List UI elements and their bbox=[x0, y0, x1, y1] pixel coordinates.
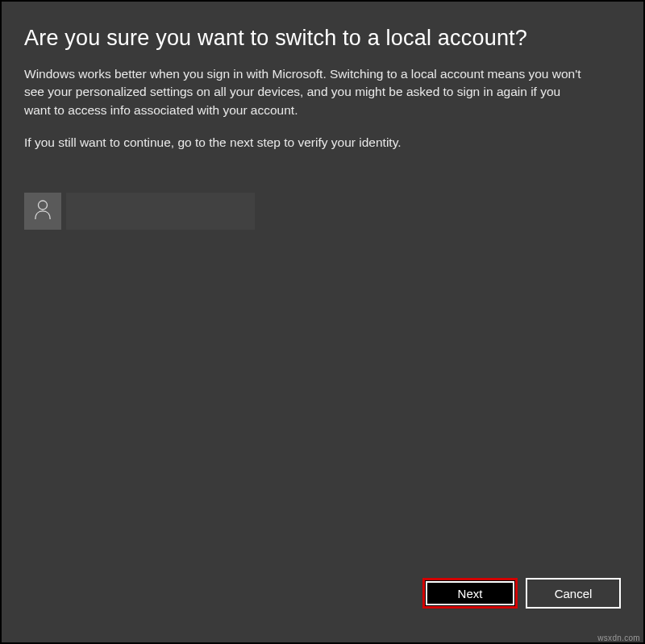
watermark-text: wsxdn.com bbox=[597, 634, 640, 642]
avatar bbox=[24, 193, 61, 230]
dialog-description: Windows works better when you sign in wi… bbox=[24, 65, 589, 119]
local-account-switch-dialog: Are you sure you want to switch to a loc… bbox=[2, 2, 643, 642]
dialog-continue-prompt: If you still want to continue, go to the… bbox=[24, 134, 589, 152]
cancel-button[interactable]: Cancel bbox=[526, 578, 621, 609]
svg-point-0 bbox=[39, 201, 48, 210]
next-button[interactable]: Next bbox=[422, 578, 518, 609]
person-icon bbox=[34, 199, 52, 223]
dialog-button-row: Next Cancel bbox=[24, 578, 621, 620]
account-name-label bbox=[66, 193, 255, 230]
dialog-heading: Are you sure you want to switch to a loc… bbox=[24, 26, 621, 51]
current-account-row bbox=[24, 193, 621, 230]
